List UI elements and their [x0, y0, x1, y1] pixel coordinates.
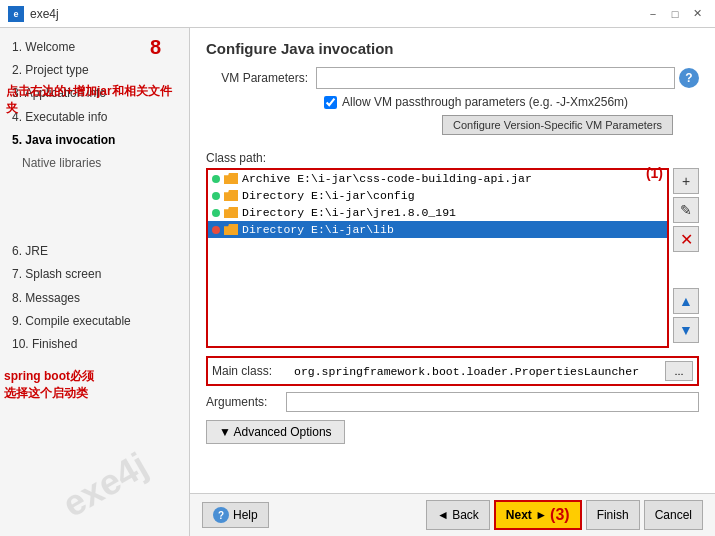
vm-parameters-input[interactable]	[316, 67, 675, 89]
vm-passthrough-label: Allow VM passthrough parameters (e.g. -J…	[342, 95, 628, 109]
cp-add-button[interactable]: +	[673, 168, 699, 194]
watermark: exe4j	[56, 444, 155, 525]
classpath-list: Archive E:\i-jar\css-code-building-api.j…	[206, 168, 669, 348]
dot-red-4	[212, 226, 220, 234]
main-class-label: Main class:	[212, 364, 292, 378]
cancel-button[interactable]: Cancel	[644, 500, 703, 530]
maximize-button[interactable]: □	[665, 4, 685, 24]
cp-edit-button[interactable]: ✎	[673, 197, 699, 223]
advanced-options-button[interactable]: ▼ Advanced Options	[206, 420, 345, 444]
next-button[interactable]: Next ► (3)	[494, 500, 582, 530]
sidebar-item-project-type[interactable]: 2. Project type	[0, 59, 189, 82]
title-bar: e exe4j − □ ✕	[0, 0, 715, 28]
vm-passthrough-row: Allow VM passthrough parameters (e.g. -J…	[324, 95, 699, 109]
dot-green-2	[212, 192, 220, 200]
arguments-label: Arguments:	[206, 395, 286, 409]
help-label: Help	[233, 508, 258, 522]
classpath-item-4[interactable]: Directory E:\i-jar\lib	[208, 221, 667, 238]
sidebar: 8 1. Welcome 2. Project type 3. Applicat…	[0, 28, 190, 536]
bottom-left: ? Help	[202, 502, 269, 528]
main-layout: 8 1. Welcome 2. Project type 3. Applicat…	[0, 28, 715, 536]
main-class-input[interactable]	[292, 361, 665, 381]
main-class-browse-button[interactable]: ...	[665, 361, 693, 381]
bottom-right: ◄ Back Next ► (3) Finish Cancel	[426, 500, 703, 530]
config-vm-params-button[interactable]: Configure Version-Specific VM Parameters	[442, 115, 673, 135]
bottom-bar: ? Help ◄ Back Next ► (3) Finish Cancel	[190, 493, 715, 536]
classpath-label: Class path:	[206, 151, 699, 165]
classpath-item-4-text: Directory E:\i-jar\lib	[242, 223, 394, 236]
annotation-text-2: spring boot必须 选择这个启动类	[4, 368, 184, 402]
classpath-item-2-text: Directory E:\i-jar\config	[242, 189, 415, 202]
help-circle-icon: ?	[213, 507, 229, 523]
cp-up-button[interactable]: ▲	[673, 288, 699, 314]
sidebar-item-jre[interactable]: 6. JRE	[0, 240, 189, 263]
classpath-buttons: + ✎ ✕ ▲ ▼	[673, 168, 699, 343]
arguments-input[interactable]	[286, 392, 699, 412]
annotation-num-1: (1)	[646, 165, 663, 181]
content-area: Configure Java invocation VM Parameters:…	[190, 28, 715, 493]
close-button[interactable]: ✕	[687, 4, 707, 24]
app-icon: e	[8, 6, 24, 22]
cp-delete-button[interactable]: ✕	[673, 226, 699, 252]
finish-button[interactable]: Finish	[586, 500, 640, 530]
window-title: exe4j	[30, 7, 59, 21]
sidebar-item-native-libs[interactable]: Native libraries	[0, 152, 189, 175]
sidebar-item-splash[interactable]: 7. Splash screen	[0, 263, 189, 286]
cp-down-button[interactable]: ▼	[673, 317, 699, 343]
folder-icon-2	[224, 190, 238, 201]
sidebar-item-compile[interactable]: 9. Compile executable	[0, 310, 189, 333]
title-bar-left: e exe4j	[8, 6, 59, 22]
dot-green-1	[212, 175, 220, 183]
page-title: Configure Java invocation	[206, 40, 699, 57]
classpath-item-1[interactable]: Archive E:\i-jar\css-code-building-api.j…	[208, 170, 667, 187]
sidebar-item-finished[interactable]: 10. Finished	[0, 333, 189, 356]
classpath-item-3-text: Directory E:\i-jar\jre1.8.0_191	[242, 206, 456, 219]
vm-help-icon[interactable]: ?	[679, 68, 699, 88]
classpath-item-3[interactable]: Directory E:\i-jar\jre1.8.0_191	[208, 204, 667, 221]
sidebar-item-java-invocation[interactable]: 5. Java invocation	[0, 129, 189, 152]
back-button[interactable]: ◄ Back	[426, 500, 490, 530]
classpath-container: Archive E:\i-jar\css-code-building-api.j…	[206, 168, 699, 348]
annotation-8: 8	[150, 36, 161, 59]
arguments-row: Arguments:	[206, 392, 699, 412]
annotation-num-3: (3)	[550, 506, 570, 524]
next-label: Next ►	[506, 508, 547, 522]
classpath-item-1-text: Archive E:\i-jar\css-code-building-api.j…	[242, 172, 532, 185]
classpath-section: Class path: Archive E:\i-jar\css-code-bu…	[206, 151, 699, 348]
sidebar-item-messages[interactable]: 8. Messages	[0, 287, 189, 310]
annotation-text-1: 点击右边的+增加jar和相关文件夹	[6, 83, 181, 117]
help-button[interactable]: ? Help	[202, 502, 269, 528]
folder-icon-4	[224, 224, 238, 235]
vm-passthrough-checkbox[interactable]	[324, 96, 337, 109]
main-class-row: Main class: ...	[206, 356, 699, 386]
vm-parameters-row: VM Parameters: ?	[206, 67, 699, 89]
vm-parameters-label: VM Parameters:	[206, 71, 316, 85]
folder-icon-3	[224, 207, 238, 218]
dot-green-3	[212, 209, 220, 217]
right-panel: Configure Java invocation VM Parameters:…	[190, 28, 715, 536]
classpath-item-2[interactable]: Directory E:\i-jar\config	[208, 187, 667, 204]
minimize-button[interactable]: −	[643, 4, 663, 24]
folder-icon-1	[224, 173, 238, 184]
title-controls: − □ ✕	[643, 4, 707, 24]
